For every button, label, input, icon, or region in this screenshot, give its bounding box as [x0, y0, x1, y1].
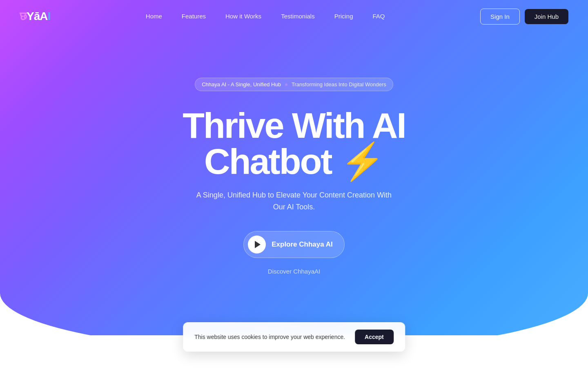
nav-links: Home Features How it Works Testimonials …: [146, 13, 385, 20]
hero-badge: Chhaya AI - A Single, Unified Hub Transf…: [195, 78, 393, 91]
lightning-icon: ⚡: [340, 144, 384, 180]
cta-label: Explore Chhaya AI: [272, 240, 333, 249]
cookie-banner: This website uses cookies to improve you…: [183, 322, 405, 352]
discover-link[interactable]: Discover ChhayaAI: [268, 268, 320, 275]
nav-testimonials[interactable]: Testimonials: [281, 13, 315, 20]
play-button-icon: [248, 236, 266, 254]
navbar: छYāAI Home Features How it Works Testimo…: [0, 0, 588, 33]
play-triangle: [255, 241, 261, 248]
cookie-message: This website uses cookies to improve you…: [194, 334, 345, 340]
badge-text-primary: Chhaya AI - A Single, Unified Hub: [202, 81, 281, 88]
logo[interactable]: छYāAI: [20, 10, 50, 23]
hero-title-line2: Chatbot: [204, 141, 331, 182]
hero-title-line1: Thrive With AI: [183, 105, 405, 146]
hero-title: Thrive With AI Chatbot ⚡: [183, 108, 405, 180]
nav-pricing[interactable]: Pricing: [334, 13, 353, 20]
hero-subtitle: A Single, Unified Hub to Elevate Your Co…: [192, 189, 396, 213]
badge-text-secondary: Transforming Ideas Into Digital Wonders: [292, 81, 386, 88]
hero-section: Chhaya AI - A Single, Unified Hub Transf…: [0, 33, 588, 275]
accept-cookies-button[interactable]: Accept: [355, 330, 394, 344]
logo-text: छYāAI: [20, 10, 50, 23]
join-button[interactable]: Join Hub: [525, 9, 568, 24]
signin-button[interactable]: Sign In: [480, 9, 520, 25]
nav-actions: Sign In Join Hub: [480, 9, 568, 25]
nav-how-it-works[interactable]: How it Works: [225, 13, 261, 20]
explore-button[interactable]: Explore Chhaya AI: [243, 231, 345, 258]
nav-faq[interactable]: FAQ: [373, 13, 385, 20]
nav-features[interactable]: Features: [182, 13, 206, 20]
badge-dot: [285, 83, 287, 86]
nav-home[interactable]: Home: [146, 13, 162, 20]
